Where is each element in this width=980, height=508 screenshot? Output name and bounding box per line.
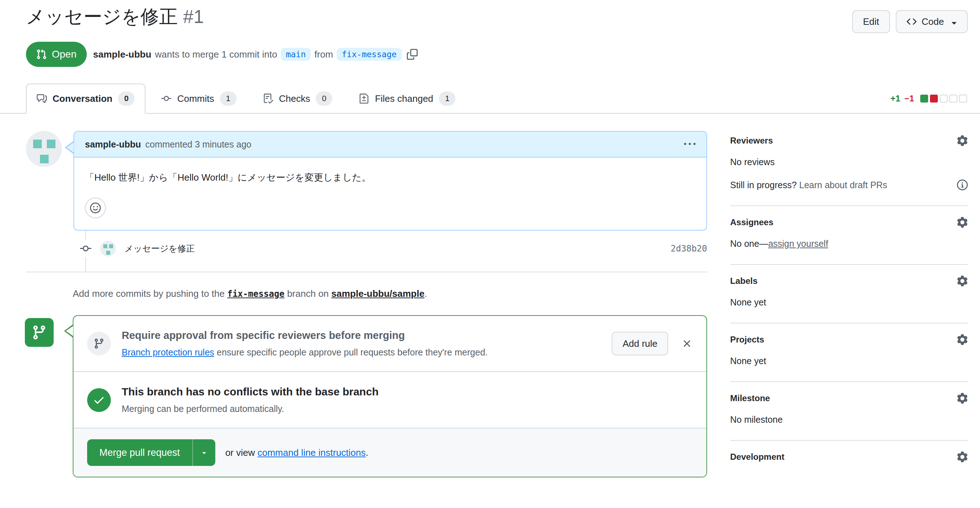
timeline: メッセージを修正 2d38b20 xyxy=(26,230,707,271)
draft-hint-text: Still in progress? xyxy=(730,180,797,190)
merge-button-label: Merge pull request xyxy=(99,447,180,458)
sidebar-section-projects: Projects None yet xyxy=(730,324,968,382)
code-button[interactable]: Code xyxy=(896,10,968,33)
projects-settings-button[interactable] xyxy=(957,334,968,345)
discussion-timeline: sample-ubbu commented 3 minutes ago 「Hel… xyxy=(26,131,707,478)
gear-icon xyxy=(957,217,968,228)
tab-files-changed[interactable]: Files changed 1 xyxy=(348,84,466,114)
diffstat: +1 −1 xyxy=(890,94,967,103)
identicon-pixel xyxy=(103,244,107,248)
development-title[interactable]: Development xyxy=(730,452,784,462)
code-button-label: Code xyxy=(922,16,944,27)
comment-options-button[interactable] xyxy=(684,138,695,150)
commit-sha-link[interactable]: 2d38b20 xyxy=(671,244,707,254)
projects-title[interactable]: Projects xyxy=(730,335,764,344)
git-commit-icon xyxy=(161,94,171,103)
tab-files-changed-label: Files changed xyxy=(375,93,433,104)
pr-tab-nav: Conversation 0 Commits 1 Checks 0 Files … xyxy=(0,84,980,114)
protection-description: ensure specific people approve pull requ… xyxy=(217,347,487,357)
checklist-icon xyxy=(263,94,273,103)
tab-checks[interactable]: Checks 0 xyxy=(252,84,344,114)
diffstat-block-neutral xyxy=(940,95,948,103)
tab-commits[interactable]: Commits 1 xyxy=(151,84,247,114)
learn-about-draft-prs-link[interactable]: Learn about draft PRs xyxy=(799,180,888,190)
edit-button[interactable]: Edit xyxy=(852,10,890,33)
comment-card: sample-ubbu commented 3 minutes ago 「Hel… xyxy=(73,131,707,230)
milestone-settings-button[interactable] xyxy=(957,393,968,404)
add-rule-button[interactable]: Add rule xyxy=(612,332,668,356)
assign-yourself-link[interactable]: assign yourself xyxy=(768,238,829,249)
tab-conversation-count: 0 xyxy=(118,91,135,106)
gear-icon xyxy=(957,451,968,462)
merge-pull-request-button[interactable]: Merge pull request xyxy=(87,439,192,466)
assignees-title[interactable]: Assignees xyxy=(730,217,773,227)
base-branch-label[interactable]: main xyxy=(281,48,311,61)
development-settings-button[interactable] xyxy=(957,451,968,462)
merge-summary-text: wants to merge 1 commit into xyxy=(155,49,277,60)
merge-status-badge xyxy=(25,318,54,347)
pr-author[interactable]: sample-ubbu xyxy=(93,49,151,60)
merge-actions: Merge pull request or view command line … xyxy=(73,428,706,477)
tab-checks-label: Checks xyxy=(279,93,310,104)
check-icon xyxy=(87,388,111,412)
sidebar-section-assignees: Assignees No one—assign yourself xyxy=(730,206,968,265)
identicon-pixel xyxy=(33,140,42,148)
comment-author[interactable]: sample-ubbu xyxy=(85,139,141,150)
pr-sidebar: Reviewers No reviews Still in progress? … xyxy=(730,131,968,478)
merge-summary-from: from xyxy=(314,49,333,60)
merge-options-dropdown[interactable] xyxy=(192,439,215,466)
gear-icon xyxy=(957,334,968,345)
tab-conversation-label: Conversation xyxy=(52,93,112,104)
status-badge-label: Open xyxy=(52,49,77,60)
sidebar-section-milestone: Milestone No milestone xyxy=(730,382,968,441)
pr-description-comment: sample-ubbu commented 3 minutes ago 「Hel… xyxy=(26,131,707,230)
tab-conversation[interactable]: Conversation 0 xyxy=(26,84,145,114)
tab-commits-label: Commits xyxy=(177,93,214,104)
reviewers-title[interactable]: Reviewers xyxy=(730,136,773,146)
identicon-pixel xyxy=(40,155,49,164)
sidebar-section-development: Development xyxy=(730,441,968,478)
mergeability-title: This branch has no conflicts with the ba… xyxy=(122,386,379,398)
reviewers-settings-button[interactable] xyxy=(957,135,968,146)
command-line-instructions-link[interactable]: command line instructions xyxy=(258,447,366,458)
assignees-settings-button[interactable] xyxy=(957,217,968,228)
info-icon xyxy=(957,179,968,190)
labels-settings-button[interactable] xyxy=(957,276,968,286)
pr-title-text: メッセージを修正 xyxy=(26,6,178,27)
copy-icon xyxy=(407,49,418,60)
gear-icon xyxy=(957,276,968,286)
add-reaction-button[interactable] xyxy=(85,197,106,218)
avatar[interactable] xyxy=(26,131,62,167)
commit-message-link[interactable]: メッセージを修正 xyxy=(124,243,195,254)
draft-info-button[interactable] xyxy=(957,179,968,190)
tab-files-changed-count: 1 xyxy=(439,91,455,106)
comment-text: 「Hello 世界!」から「Hello World!」にメッセージを変更しました… xyxy=(85,171,695,184)
code-icon xyxy=(907,17,916,27)
head-branch-link[interactable]: fix-message xyxy=(227,289,285,299)
cli-hint-text: or view xyxy=(225,447,255,458)
merge-box: Require approval from specific reviewers… xyxy=(73,315,707,478)
head-branch-label[interactable]: fix-message xyxy=(337,48,401,61)
milestone-title[interactable]: Milestone xyxy=(730,393,770,403)
dismiss-suggestion-button[interactable] xyxy=(681,338,693,349)
push-hint-text: branch on xyxy=(287,288,329,299)
comment-meta: commented 3 minutes ago xyxy=(145,139,252,150)
push-hint-text: Add more commits by pushing to the xyxy=(73,288,225,299)
branch-protection-rules-link[interactable]: Branch protection rules xyxy=(122,347,214,357)
sidebar-section-labels: Labels None yet xyxy=(730,265,968,324)
milestone-empty-text: No milestone xyxy=(730,414,968,425)
diffstat-block-neutral xyxy=(959,95,967,103)
diffstat-additions: +1 xyxy=(890,94,900,103)
diffstat-block-added xyxy=(920,95,928,103)
pr-number: #1 xyxy=(183,6,204,27)
git-merge-icon xyxy=(31,324,47,340)
file-diff-icon xyxy=(359,94,369,103)
labels-title[interactable]: Labels xyxy=(730,276,757,286)
git-branch-icon xyxy=(87,332,111,356)
git-commit-icon xyxy=(80,240,91,257)
projects-empty-text: None yet xyxy=(730,356,968,366)
avatar[interactable] xyxy=(100,241,116,257)
copy-branch-button[interactable] xyxy=(407,49,418,60)
gear-icon xyxy=(957,135,968,146)
repo-link[interactable]: sample-ubbu/sample xyxy=(331,288,425,299)
